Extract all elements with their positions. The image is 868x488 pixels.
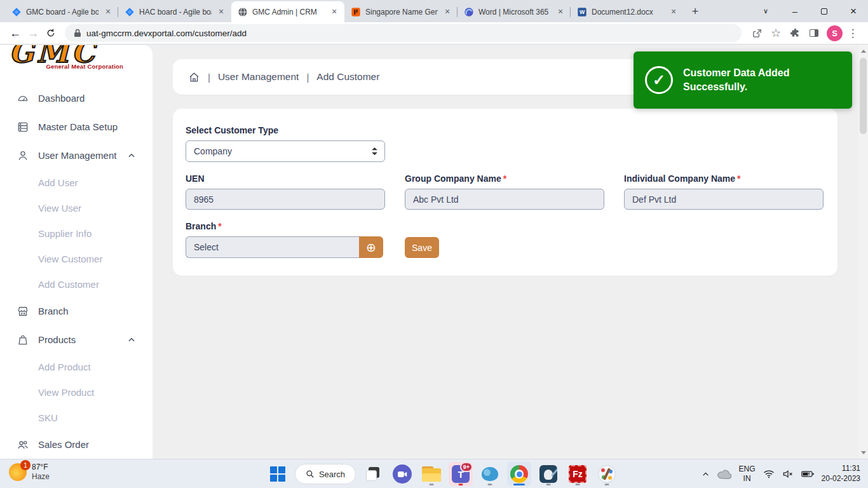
- tab-label: Singapore Name Gene: [365, 8, 438, 17]
- sidebar-item-sales-order[interactable]: Sales Order: [0, 430, 153, 459]
- paint-button[interactable]: [595, 462, 619, 486]
- window-controls: ∨ – ×: [751, 0, 868, 22]
- required-asterisk: *: [218, 221, 221, 231]
- uen-input[interactable]: [186, 189, 385, 210]
- window-close-button[interactable]: ×: [839, 0, 868, 22]
- wifi-icon[interactable]: [763, 470, 775, 478]
- bookmark-star-icon[interactable]: ☆: [767, 24, 785, 42]
- nav-label: View User: [38, 203, 81, 214]
- sidebar-item-view-product[interactable]: View Product: [0, 379, 153, 405]
- browser-tab-gmc-admin-active[interactable]: GMC Admin | CRM ×: [231, 1, 344, 22]
- tab-close-icon[interactable]: ×: [216, 7, 226, 17]
- language-indicator[interactable]: ENG IN: [739, 464, 756, 484]
- extensions-puzzle-icon[interactable]: [786, 24, 804, 42]
- tab-close-icon[interactable]: ×: [555, 7, 566, 17]
- taskbar-clock[interactable]: 11:31 20-02-2023: [822, 464, 860, 484]
- running-indicator: [430, 484, 434, 485]
- branch-field-group: Select ⊕: [186, 236, 383, 258]
- window-minimize-button[interactable]: –: [780, 0, 810, 22]
- nav-label: SKU: [38, 412, 58, 423]
- scroll-up-arrow[interactable]: [858, 46, 868, 56]
- active-indicator: [513, 484, 525, 485]
- pgadmin-button[interactable]: [478, 462, 502, 486]
- tab-close-icon[interactable]: ×: [329, 7, 339, 17]
- required-asterisk: *: [737, 173, 740, 184]
- taskbar-search[interactable]: Search: [295, 464, 356, 484]
- back-button[interactable]: ←: [6, 24, 24, 42]
- profile-avatar[interactable]: S: [827, 25, 843, 41]
- add-branch-button[interactable]: ⊕: [359, 236, 383, 258]
- sidebar-item-sku[interactable]: SKU: [0, 405, 153, 430]
- toast-message: Customer Data Added Successfully.: [683, 66, 810, 93]
- browser-tab-gmc-board[interactable]: GMC board - Agile bo ×: [5, 1, 118, 22]
- sidebar-item-view-user[interactable]: View User: [0, 195, 153, 220]
- tab-close-icon[interactable]: ×: [103, 7, 113, 17]
- success-toast: ✓ Customer Data Added Successfully.: [634, 51, 852, 109]
- home-icon[interactable]: [188, 71, 200, 83]
- tab-close-icon[interactable]: ×: [442, 7, 452, 17]
- start-button[interactable]: [266, 462, 290, 486]
- filezilla-button[interactable]: Fz: [566, 462, 590, 486]
- nav-label: Add Customer: [38, 279, 99, 290]
- browser-toolbar: ← → uat-gmccrm.devxportal.com/customer/a…: [0, 22, 868, 44]
- chat-button[interactable]: [390, 462, 414, 486]
- task-view-button[interactable]: [361, 462, 385, 486]
- breadcrumb-section[interactable]: User Management: [218, 71, 299, 83]
- chrome-button[interactable]: [507, 462, 531, 486]
- share-icon[interactable]: [748, 24, 766, 42]
- url-text: uat-gmccrm.devxportal.com/customer/add: [86, 29, 247, 38]
- scrollbar-thumb[interactable]: [860, 58, 867, 134]
- postgresql-button[interactable]: [536, 462, 560, 486]
- sidebar-item-add-customer[interactable]: Add Customer: [0, 271, 153, 297]
- save-button[interactable]: Save: [405, 237, 439, 258]
- browser-menu-icon[interactable]: ⋮: [844, 24, 862, 42]
- browser-tab-hac-board[interactable]: HAC board - Agile boa ×: [118, 1, 231, 22]
- reload-button[interactable]: [42, 24, 60, 42]
- new-tab-button[interactable]: +: [686, 3, 704, 20]
- tab-label: GMC board - Agile bo: [26, 8, 98, 17]
- browser-tab-word-365[interactable]: Word | Microsoft 365 ×: [458, 1, 571, 22]
- onedrive-cloud-icon[interactable]: [717, 470, 731, 479]
- sidebar-item-add-user[interactable]: Add User: [0, 170, 153, 195]
- window-maximize-button[interactable]: [810, 0, 839, 22]
- forward-button[interactable]: →: [24, 24, 42, 42]
- microsoft-365-icon: [464, 7, 474, 17]
- file-explorer-button[interactable]: [419, 462, 444, 486]
- nav-label: User Management: [38, 150, 116, 161]
- updown-arrows-icon: [371, 147, 378, 156]
- sidebar-item-add-product[interactable]: Add Product: [0, 354, 153, 379]
- customer-type-select[interactable]: Company: [186, 140, 385, 162]
- running-indicator: [546, 484, 551, 485]
- browser-tab-singapore-name[interactable]: Singapore Name Gene ×: [344, 1, 458, 22]
- browser-tab-document12[interactable]: W Document12.docx ×: [571, 1, 684, 22]
- hidden-icons-chevron-icon[interactable]: [702, 470, 710, 478]
- breadcrumb-divider: |: [208, 72, 210, 83]
- nav-label: Add Product: [38, 362, 91, 372]
- nav-label: Branch: [38, 306, 69, 316]
- sidebar-item-view-customer[interactable]: View Customer: [0, 246, 153, 271]
- sidebar-item-user-management[interactable]: User Management: [0, 141, 153, 170]
- tab-search-chevron-icon[interactable]: ∨: [751, 0, 780, 22]
- sidebar-item-branch[interactable]: Branch: [0, 297, 153, 325]
- sidebar-item-dashboard[interactable]: Dashboard: [0, 84, 153, 112]
- breadcrumb-page: Add Customer: [316, 71, 379, 83]
- scroll-down-arrow[interactable]: [858, 448, 868, 458]
- weather-widget[interactable]: 1 87°F Haze: [9, 463, 50, 482]
- tab-close-icon[interactable]: ×: [668, 7, 679, 17]
- sidebar-item-master-data-setup[interactable]: Master Data Setup: [0, 112, 153, 141]
- branch-select[interactable]: Select: [186, 236, 359, 258]
- search-icon: [306, 470, 315, 478]
- battery-icon[interactable]: [801, 470, 814, 478]
- sidebar-item-products[interactable]: Products: [0, 325, 153, 354]
- group-company-input[interactable]: [405, 189, 604, 210]
- volume-muted-icon[interactable]: [782, 470, 794, 478]
- individual-company-input[interactable]: [624, 189, 824, 210]
- teams-button[interactable]: T 9+: [449, 462, 473, 486]
- sidebar-item-supplier-info[interactable]: Supplier Info: [0, 220, 153, 246]
- chevron-up-icon: [127, 336, 136, 344]
- running-indicator: [488, 484, 492, 485]
- side-panel-icon[interactable]: [805, 24, 823, 42]
- address-bar[interactable]: uat-gmccrm.devxportal.com/customer/add: [65, 24, 742, 42]
- gmc-logo: GMC General Meat Corporation: [9, 45, 123, 70]
- page-scrollbar[interactable]: [858, 45, 868, 459]
